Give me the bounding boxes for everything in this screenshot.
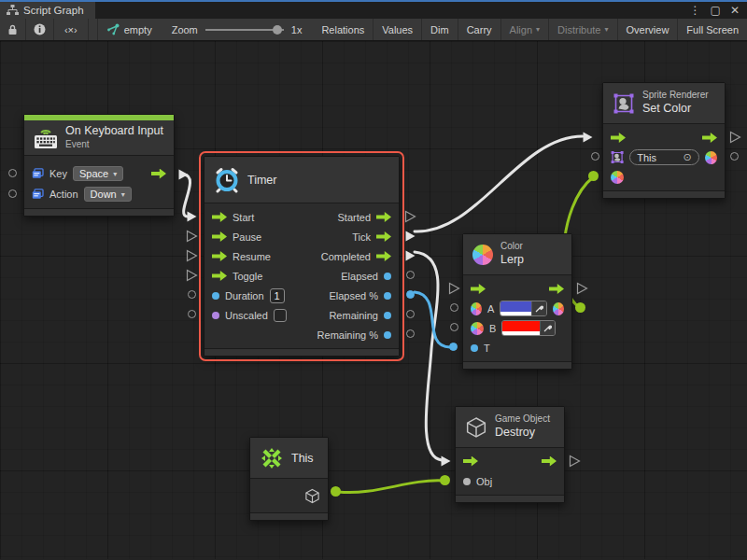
external-port-circle[interactable] [450,303,458,312]
external-port-circle[interactable] [406,271,415,279]
relations-button[interactable]: Relations [313,19,374,40]
node-header: This [250,438,328,479]
external-port-connected-green[interactable] [588,171,599,181]
value-input-port[interactable] [212,312,219,319]
close-icon[interactable]: ✕ [730,4,740,17]
external-port-circle[interactable] [406,329,415,338]
node-timer[interactable]: Timer Start Started Pause Tick Resume Co… [204,156,400,357]
node-title: Timer [247,174,276,187]
wire-elapsedpct-to-t [415,292,450,347]
value-output-port[interactable] [384,292,391,300]
external-flow-port[interactable] [729,131,741,144]
unscaled-checkbox[interactable] [274,309,287,322]
flow-output-port[interactable] [549,284,564,294]
node-this[interactable]: This [249,437,329,521]
duration-field[interactable]: 1 [270,288,285,303]
external-port-circle[interactable] [450,323,458,331]
key-dropdown[interactable]: Space ▾ [73,166,123,181]
flow-output-port[interactable] [376,251,391,261]
external-flow-port[interactable] [186,230,198,243]
game-object-cube-icon[interactable] [304,488,320,504]
external-port-circle-connected[interactable] [449,343,458,351]
color-field-a[interactable] [500,301,546,316]
external-port-circle[interactable] [406,310,415,318]
external-port-circle[interactable] [8,189,17,198]
flow-output-port[interactable] [702,133,717,143]
external-flow-port-connected[interactable] [177,168,190,181]
flow-input-port[interactable] [212,231,227,242]
info-button[interactable] [26,19,54,40]
external-flow-port[interactable] [576,282,588,295]
external-port-circle[interactable] [591,152,599,161]
external-flow-port[interactable] [448,282,460,295]
zoom-slider-handle[interactable] [273,25,282,35]
external-port-circle-connected[interactable] [406,290,415,299]
flow-input-port[interactable] [611,133,626,143]
external-flow-port-connected[interactable] [582,131,594,144]
value-output-port[interactable] [384,273,391,280]
flow-input-port[interactable] [471,284,486,294]
window-menu-icon[interactable]: ⋮ [690,4,701,17]
node-footer [603,190,725,198]
value-input-port[interactable] [212,292,219,300]
carry-button[interactable]: Carry [458,19,501,40]
eyedropper-button[interactable] [540,321,555,335]
graph-breadcrumb[interactable]: empty [98,19,161,40]
external-flow-port[interactable] [186,269,198,282]
flow-input-port[interactable] [212,212,227,222]
port-row-obj: Obj [456,471,564,492]
external-port-connected-green[interactable] [575,302,585,313]
flow-input-port[interactable] [463,456,478,467]
values-button[interactable]: Values [374,19,422,40]
color-output-port-icon[interactable] [705,151,717,164]
target-object-field[interactable]: This ⊙ [629,149,699,165]
object-picker-icon[interactable]: ⊙ [684,151,692,163]
value-output-port[interactable] [384,312,391,319]
flow-output-port[interactable] [376,212,391,222]
external-flow-port[interactable] [569,455,581,468]
external-flow-port[interactable] [404,210,416,223]
flow-output-port[interactable] [376,231,391,242]
node-title: On Keyboard Input [65,124,163,139]
overview-button[interactable]: Overview [618,19,679,40]
node-title: Lerp [500,253,524,268]
external-port-circle[interactable] [188,310,196,318]
value-output-port[interactable] [384,331,391,339]
external-port-connected-green[interactable] [331,486,341,497]
external-flow-port-connected[interactable] [440,455,452,468]
node-color-lerp[interactable]: Color Lerp A [462,233,572,370]
external-flow-port-connected[interactable] [404,249,416,262]
graph-canvas[interactable]: On Keyboard Input Event Key Space ▾ [0,41,747,559]
flow-output-port[interactable] [542,456,557,467]
fullscreen-button[interactable]: Full Screen [678,19,747,40]
external-flow-port[interactable] [186,249,198,262]
flow-input-port[interactable] [212,251,227,261]
node-destroy[interactable]: Game Object Destroy Obj [455,406,565,503]
external-port-circle[interactable] [8,169,17,177]
flow-output-port[interactable] [151,169,166,179]
dim-button[interactable]: Dim [422,19,458,40]
color-output-port-icon[interactable] [553,302,564,315]
node-on-keyboard-input[interactable]: On Keyboard Input Event Key Space ▾ [23,114,175,217]
value-input-port[interactable] [463,478,471,485]
zoom-slider[interactable] [205,24,284,35]
action-dropdown[interactable]: Down ▾ [84,187,132,202]
lock-button[interactable] [0,19,26,40]
tab-script-graph[interactable]: Script Graph [0,2,95,19]
code-preview-button[interactable]: ‹×› [54,19,89,40]
node-set-color[interactable]: Sprite Renderer Set Color [602,82,726,199]
value-input-port[interactable] [471,344,478,352]
external-flow-port-connected[interactable] [186,210,198,223]
external-port-connected-green[interactable] [440,475,450,485]
flow-input-port[interactable] [212,271,227,281]
color-field-b[interactable] [501,320,556,336]
color-input-port-icon[interactable] [611,171,624,184]
external-flow-port-connected[interactable] [404,230,416,243]
port-row: Unscaled Remaining [204,305,399,325]
timer-icon [214,167,240,193]
external-port-circle[interactable] [730,152,739,161]
eyedropper-button[interactable] [531,301,546,315]
node-footer [456,495,564,502]
external-port-circle[interactable] [188,290,196,299]
maximize-icon[interactable]: ▢ [711,4,721,17]
